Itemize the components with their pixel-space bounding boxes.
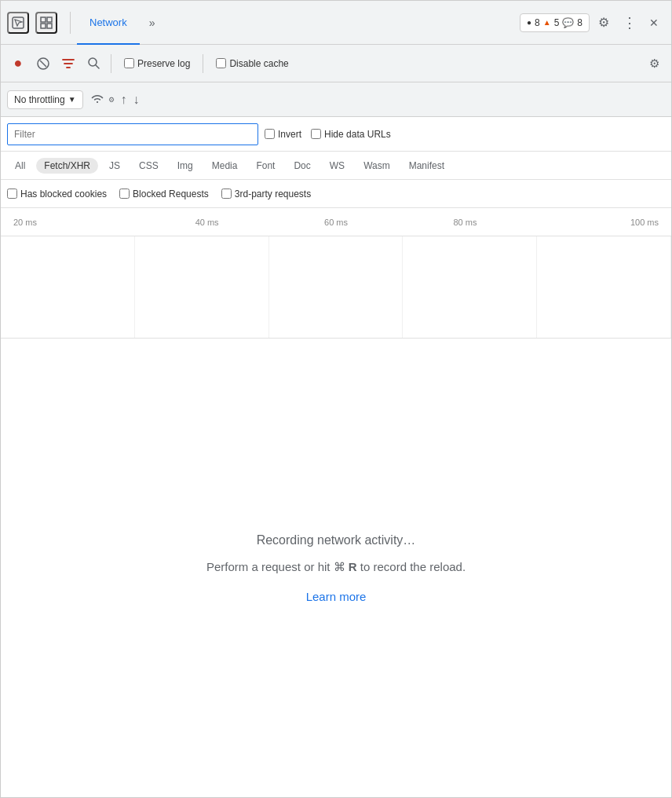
- disable-cache-group: Disable cache: [216, 58, 288, 69]
- type-btn-ws[interactable]: WS: [322, 158, 352, 174]
- third-party-requests-label[interactable]: 3rd-party requests: [221, 189, 311, 200]
- timeline-labels: 20 ms 40 ms 60 ms 80 ms 100 ms: [1, 218, 671, 227]
- warning-count: 5: [554, 17, 560, 28]
- hide-data-urls-label[interactable]: Hide data URLs: [311, 129, 391, 140]
- tab-divider: [70, 12, 71, 34]
- timeline-label-100ms: 100 ms: [530, 218, 659, 227]
- third-party-requests-checkbox[interactable]: [221, 189, 232, 199]
- disable-cache-label[interactable]: Disable cache: [229, 58, 288, 69]
- preserve-log-checkbox[interactable]: [124, 58, 134, 68]
- timeline-body: [1, 236, 671, 339]
- tab-bar-icons: [7, 12, 57, 34]
- toolbar-separator-1: [111, 54, 111, 73]
- blocked-requests-checkbox[interactable]: [119, 189, 130, 199]
- has-blocked-cookies-label[interactable]: Has blocked cookies: [7, 189, 107, 200]
- warning-dot: ▲: [543, 18, 551, 27]
- type-btn-wasm[interactable]: Wasm: [356, 158, 398, 174]
- disable-cache-checkbox[interactable]: [216, 58, 226, 68]
- type-btn-media[interactable]: Media: [204, 158, 246, 174]
- preserve-log-label[interactable]: Preserve log: [137, 58, 190, 69]
- filter-bar: Invert Hide data URLs: [1, 117, 671, 152]
- svg-rect-1: [41, 17, 46, 22]
- timeline-cell-1: [1, 236, 135, 338]
- timeline-cell-5: [537, 236, 671, 338]
- more-vert-button[interactable]: ⋮: [618, 12, 640, 34]
- has-blocked-cookies-checkbox[interactable]: [7, 189, 17, 199]
- throttling-arrow: ▼: [68, 95, 76, 104]
- message-icon: 💬: [562, 17, 574, 28]
- invert-label[interactable]: Invert: [265, 129, 301, 140]
- tab-network[interactable]: Network: [77, 1, 140, 45]
- type-btn-js[interactable]: JS: [101, 158, 128, 174]
- type-btn-font[interactable]: Font: [248, 158, 283, 174]
- status-badges[interactable]: ● 8 ▲ 5 💬 8: [520, 13, 590, 32]
- throttling-select[interactable]: No throttling ▼: [7, 90, 83, 109]
- instruction-text: Perform a request or hit ⌘ R to record t…: [206, 560, 466, 574]
- toolbar-right: ⚙: [643, 53, 665, 75]
- download-icon[interactable]: ↓: [133, 93, 140, 107]
- type-btn-fetch-xhr[interactable]: Fetch/XHR: [36, 158, 98, 174]
- preserve-log-group: Preserve log: [124, 58, 190, 69]
- upload-icon[interactable]: ↑: [121, 93, 127, 107]
- cursor-icon[interactable]: [7, 12, 29, 34]
- timeline-cell-3: [269, 236, 404, 338]
- timeline-cell-2: [135, 236, 269, 338]
- timeline-bar: 20 ms 40 ms 60 ms 80 ms 100 ms: [1, 208, 671, 236]
- close-button[interactable]: ✕: [643, 12, 665, 34]
- wifi-settings-icon: ⚙: [108, 96, 115, 104]
- search-button[interactable]: [82, 53, 104, 75]
- svg-rect-4: [47, 24, 52, 28]
- wifi-settings-group: ⚙: [89, 92, 115, 108]
- filter-toggle-button[interactable]: [57, 53, 79, 75]
- error-dot: ●: [527, 18, 531, 27]
- checkbox-filter-bar: Has blocked cookies Blocked Requests 3rd…: [1, 180, 671, 208]
- timeline-body-grid: [1, 236, 671, 338]
- hide-data-urls-checkbox[interactable]: [311, 129, 321, 139]
- learn-more-link[interactable]: Learn more: [306, 590, 367, 603]
- timeline-cell-4: [403, 236, 537, 338]
- type-btn-img[interactable]: Img: [170, 158, 201, 174]
- type-filter-bar: All Fetch/XHR JS CSS Img Media Font Doc …: [1, 152, 671, 180]
- throttling-bar: No throttling ▼ ⚙ ↑ ↓: [1, 82, 671, 117]
- type-btn-manifest[interactable]: Manifest: [401, 158, 452, 174]
- svg-rect-2: [47, 17, 52, 22]
- blocked-requests-label[interactable]: Blocked Requests: [119, 189, 209, 200]
- error-count: 8: [535, 17, 540, 28]
- type-btn-css[interactable]: CSS: [131, 158, 166, 174]
- toolbar-settings-button[interactable]: ⚙: [643, 53, 665, 75]
- timeline-label-80ms: 80 ms: [400, 218, 529, 227]
- layers-icon[interactable]: [35, 12, 57, 34]
- toolbar-separator-2: [203, 54, 203, 73]
- type-btn-all[interactable]: All: [7, 158, 33, 174]
- filter-options: Invert Hide data URLs: [265, 129, 391, 140]
- message-count: 8: [577, 17, 583, 28]
- devtools-panel: Network » ● 8 ▲ 5 💬 8 ⚙ ⋮ ✕ ●: [0, 0, 672, 798]
- type-btn-doc[interactable]: Doc: [286, 158, 318, 174]
- timeline-label-40ms: 40 ms: [142, 218, 271, 227]
- filter-input[interactable]: [7, 123, 258, 145]
- clear-button[interactable]: [32, 53, 54, 75]
- settings-button[interactable]: ⚙: [593, 12, 615, 34]
- toolbar: ● Preserve log Disable cach: [1, 45, 671, 82]
- svg-line-6: [40, 60, 46, 67]
- svg-rect-3: [41, 24, 46, 28]
- svg-line-8: [96, 65, 99, 68]
- recording-text: Recording network activity…: [257, 533, 416, 547]
- timeline-label-20ms: 20 ms: [13, 218, 142, 227]
- tab-more-button[interactable]: »: [143, 16, 162, 29]
- main-content: Recording network activity… Perform a re…: [1, 339, 671, 797]
- tab-bar: Network » ● 8 ▲ 5 💬 8 ⚙ ⋮ ✕: [1, 1, 671, 45]
- throttling-value: No throttling: [14, 94, 65, 105]
- invert-checkbox[interactable]: [265, 129, 275, 139]
- wifi-icon: [89, 92, 105, 108]
- tab-bar-right: ● 8 ▲ 5 💬 8 ⚙ ⋮ ✕: [520, 12, 665, 34]
- timeline-label-60ms: 60 ms: [272, 218, 400, 227]
- record-button[interactable]: ●: [7, 53, 29, 75]
